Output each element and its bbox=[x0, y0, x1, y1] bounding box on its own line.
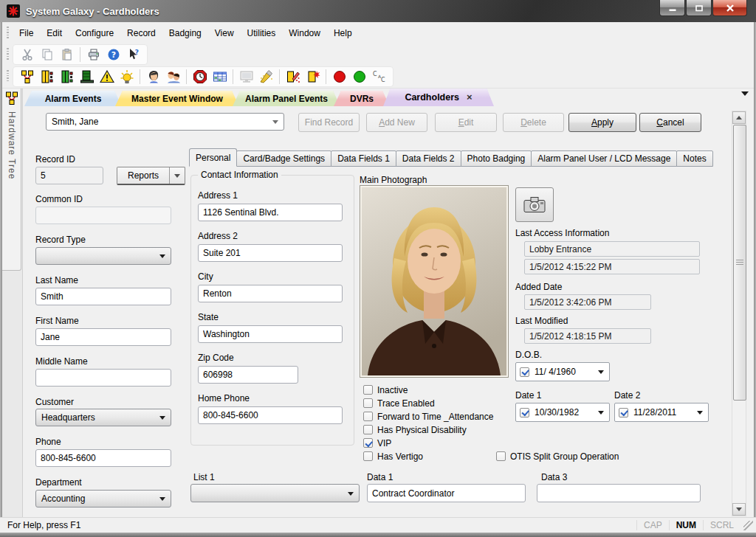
timer-icon[interactable] bbox=[190, 68, 210, 86]
door-alarm-icon[interactable] bbox=[303, 68, 323, 86]
flag-vip[interactable]: VIP bbox=[363, 437, 391, 448]
address1-field[interactable] bbox=[198, 204, 343, 221]
sweep-icon[interactable] bbox=[256, 68, 276, 86]
door-green-icon[interactable] bbox=[57, 68, 77, 86]
data3-field[interactable] bbox=[537, 484, 701, 502]
flag-physical-disability[interactable]: Has Physical Disability bbox=[363, 424, 467, 435]
record-selector[interactable]: Smith, Jane bbox=[46, 113, 284, 131]
operator-icon[interactable] bbox=[143, 68, 163, 86]
apply-button[interactable]: Apply bbox=[568, 113, 636, 132]
department-select[interactable]: Accounting bbox=[35, 490, 171, 507]
flag-trace-enabled[interactable]: Trace Enabled bbox=[363, 398, 435, 409]
menu-configure[interactable]: Configure bbox=[69, 24, 120, 42]
tab-photo-badging[interactable]: Photo Badging bbox=[461, 150, 532, 167]
disability-checkbox[interactable] bbox=[363, 425, 373, 434]
trace-checkbox[interactable] bbox=[363, 398, 373, 408]
monitor-icon[interactable] bbox=[236, 68, 256, 86]
customer-select[interactable]: Headquarters bbox=[35, 409, 171, 426]
menu-file[interactable]: File bbox=[13, 24, 40, 42]
turnstile-icon[interactable] bbox=[77, 68, 97, 86]
date1-picker[interactable]: 10/30/1982 bbox=[515, 403, 610, 422]
tab-notes[interactable]: Notes bbox=[676, 150, 712, 167]
flag-inactive[interactable]: Inactive bbox=[363, 384, 408, 395]
zip-code-field[interactable] bbox=[198, 366, 298, 384]
vip-checkbox[interactable] bbox=[363, 438, 373, 448]
menu-utilities[interactable]: Utilities bbox=[241, 24, 283, 42]
reports-button[interactable]: Reports bbox=[117, 167, 185, 185]
first-name-field[interactable] bbox=[35, 328, 171, 346]
find-record-button[interactable]: Find Record bbox=[298, 113, 360, 132]
last-name-field[interactable] bbox=[35, 288, 171, 305]
restore-button[interactable] bbox=[686, 0, 712, 16]
scroll-down-button[interactable] bbox=[732, 503, 746, 516]
flag-otis-split-group[interactable]: OTIS Split Group Operation bbox=[496, 451, 619, 462]
scroll-up-button[interactable] bbox=[732, 111, 746, 124]
dob-checkbox[interactable] bbox=[520, 367, 529, 377]
capture-photo-button[interactable] bbox=[515, 187, 554, 222]
menu-badging[interactable]: Badging bbox=[162, 24, 208, 42]
cut-icon[interactable] bbox=[17, 46, 37, 63]
inactive-checkbox[interactable] bbox=[363, 385, 373, 395]
flag-forward-time-attendance[interactable]: Forward to Time _Attendance bbox=[363, 411, 493, 422]
menu-window[interactable]: Window bbox=[282, 24, 327, 42]
home-phone-field[interactable] bbox=[198, 406, 343, 424]
tab-data-fields-2[interactable]: Data Fields 2 bbox=[396, 150, 461, 167]
context-help-icon[interactable]: ? bbox=[123, 46, 143, 63]
tab-card-badge-settings[interactable]: Card/Badge Settings bbox=[236, 150, 331, 167]
delete-button[interactable]: Delete bbox=[503, 113, 564, 132]
address2-field[interactable] bbox=[198, 244, 343, 262]
tab-close-icon[interactable]: × bbox=[467, 92, 472, 102]
tab-data-fields-1[interactable]: Data Fields 1 bbox=[331, 150, 396, 167]
menu-view[interactable]: View bbox=[208, 24, 241, 42]
warning-icon[interactable] bbox=[97, 68, 117, 86]
vertical-scrollbar[interactable] bbox=[732, 111, 746, 516]
copy-icon[interactable] bbox=[37, 46, 57, 63]
tab-master-event-window[interactable]: Master Event Window bbox=[115, 91, 239, 106]
tab-alarm-panel-user[interactable]: Alarm Panel User / LCD Message bbox=[531, 150, 677, 167]
phone-field[interactable] bbox=[35, 449, 171, 467]
alarm-lamp-icon[interactable] bbox=[117, 68, 137, 86]
schedule-grid-icon[interactable] bbox=[210, 68, 230, 86]
state-field[interactable] bbox=[198, 325, 343, 343]
cac-icon[interactable]: CAC bbox=[369, 68, 389, 86]
menu-record[interactable]: Record bbox=[120, 24, 162, 42]
tab-personal[interactable]: Personal bbox=[189, 148, 237, 167]
resize-grip[interactable] bbox=[743, 521, 753, 530]
stop-red-icon[interactable] bbox=[329, 68, 349, 86]
door-yellow-icon[interactable] bbox=[37, 68, 57, 86]
tab-alarm-events[interactable]: Alarm Events bbox=[24, 91, 122, 106]
operators-icon[interactable] bbox=[163, 68, 183, 86]
menu-help[interactable]: Help bbox=[327, 24, 359, 42]
tab-cardholders[interactable]: Cardholders× bbox=[383, 88, 494, 106]
paste-icon[interactable] bbox=[57, 46, 77, 63]
tab-alarm-panel-events[interactable]: Alarm Panel Events bbox=[233, 91, 340, 106]
forward-checkbox[interactable] bbox=[363, 412, 373, 421]
otis-checkbox[interactable] bbox=[496, 451, 506, 461]
vertigo-checkbox[interactable] bbox=[363, 451, 373, 461]
menu-edit[interactable]: Edit bbox=[40, 24, 69, 42]
date2-checkbox[interactable] bbox=[619, 408, 628, 418]
go-green-icon[interactable] bbox=[349, 68, 369, 86]
city-field[interactable] bbox=[198, 285, 343, 302]
hardware-tree-tab[interactable]: Hardware Tree bbox=[2, 88, 21, 271]
help-icon[interactable]: ? bbox=[103, 46, 123, 63]
reports-dropdown[interactable] bbox=[169, 167, 185, 184]
tab-dvrs[interactable]: DVRs bbox=[334, 91, 390, 106]
date1-checkbox[interactable] bbox=[520, 408, 529, 418]
record-type-select[interactable] bbox=[35, 247, 171, 265]
list1-select[interactable] bbox=[190, 484, 360, 502]
cancel-button[interactable]: Cancel bbox=[639, 113, 701, 132]
minimize-button[interactable] bbox=[659, 0, 685, 16]
dob-picker[interactable]: 11/ 4/1960 bbox=[515, 362, 610, 381]
hardware-tree-icon[interactable] bbox=[17, 68, 37, 86]
door-edit-icon[interactable] bbox=[283, 68, 303, 86]
print-icon[interactable] bbox=[83, 46, 103, 63]
middle-name-field[interactable] bbox=[35, 369, 171, 387]
close-button[interactable] bbox=[712, 0, 747, 16]
scrollbar-thumb[interactable] bbox=[733, 125, 746, 401]
add-new-button[interactable]: Add New bbox=[366, 113, 427, 132]
data1-field[interactable] bbox=[367, 484, 526, 502]
date2-picker[interactable]: 11/28/2011 bbox=[614, 403, 709, 422]
edit-button[interactable]: Edit bbox=[435, 113, 497, 132]
tab-overflow-button[interactable] bbox=[741, 91, 749, 96]
